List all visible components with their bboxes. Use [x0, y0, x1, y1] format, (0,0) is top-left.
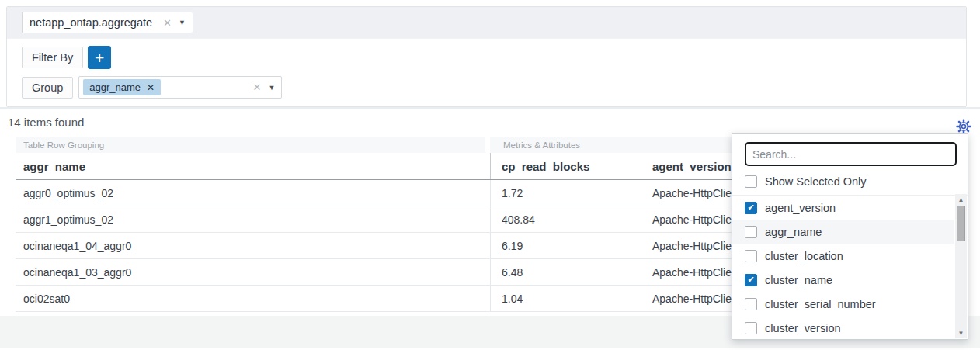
search-input[interactable] — [745, 142, 957, 166]
option-label: cluster_name — [765, 274, 832, 286]
option-cluster-name[interactable]: cluster_name — [732, 268, 954, 292]
dataset-select[interactable]: netapp_ontap.aggregate ✕ ▼ — [22, 12, 193, 33]
chevron-down-icon[interactable]: ▼ — [268, 84, 275, 92]
group-chip-remove-icon[interactable]: ✕ — [147, 82, 155, 93]
group-chip: aggr_name ✕ — [83, 79, 161, 95]
checkbox[interactable] — [745, 274, 757, 286]
scroll-down-icon[interactable]: ▼ — [955, 327, 967, 338]
group-line: Group aggr_name ✕ ✕ ▼ — [22, 76, 966, 99]
band-table-row-grouping: Table Row Grouping — [16, 137, 485, 153]
option-label: cluster_location — [765, 250, 843, 262]
option-label: cluster_version — [765, 322, 841, 334]
dataset-select-value: netapp_ontap.aggregate — [30, 16, 152, 29]
dataset-clear-icon[interactable]: ✕ — [163, 17, 172, 29]
cell-aggr-name: ocinaneqa1_03_aggr0 — [16, 259, 490, 285]
show-selected-only-row[interactable]: Show Selected Only — [732, 169, 968, 195]
show-selected-only-checkbox[interactable] — [745, 175, 757, 188]
chevron-down-icon[interactable]: ▼ — [179, 19, 186, 26]
filter-by-label: Filter By — [22, 47, 83, 68]
cell-cp-read-blocks: 6.48 — [490, 259, 641, 285]
column-header-label: aggr_name — [23, 160, 85, 173]
cell-aggr-name: ocinaneqa1_04_aggr0 — [16, 233, 490, 258]
option-cluster-version[interactable]: cluster_version — [732, 316, 954, 340]
group-chip-label: aggr_name — [89, 81, 141, 93]
scrollbar-thumb[interactable] — [957, 206, 965, 241]
option-label: cluster_serial_number — [765, 298, 876, 310]
option-agent-version[interactable]: agent_version — [732, 196, 954, 220]
add-filter-button[interactable]: + — [88, 46, 111, 69]
column-header-label: agent_version — [652, 160, 732, 173]
group-select[interactable]: aggr_name ✕ ✕ ▼ — [78, 76, 282, 99]
checkbox[interactable] — [745, 322, 757, 334]
option-aggr-name[interactable]: aggr_name — [732, 220, 954, 244]
filter-group-rows: Filter By + Group aggr_name ✕ ✕ ▼ — [7, 38, 966, 106]
group-label: Group — [22, 77, 73, 99]
column-chooser-panel: Show Selected Only agent_version aggr_na… — [732, 133, 968, 340]
page: netapp_ontap.aggregate ✕ ▼ Filter By + G… — [0, 0, 980, 350]
cell-cp-read-blocks: 1.04 — [490, 286, 641, 311]
column-header-cp-read-blocks[interactable]: cp_read_blocks — [490, 153, 641, 179]
section-divider — [0, 107, 980, 109]
option-cluster-location[interactable]: cluster_location — [732, 244, 954, 268]
show-selected-only-label: Show Selected Only — [765, 175, 867, 188]
option-label: agent_version — [765, 202, 836, 214]
checkbox[interactable] — [745, 226, 757, 238]
items-found-count: 14 items found — [8, 116, 84, 129]
cell-aggr-name: aggr1_optimus_02 — [16, 206, 490, 232]
option-label: aggr_name — [765, 226, 822, 238]
cell-cp-read-blocks: 1.72 — [490, 180, 641, 206]
checkbox[interactable] — [745, 298, 757, 310]
cell-cp-read-blocks: 408.84 — [490, 206, 641, 232]
option-cluster-serial-number[interactable]: cluster_serial_number — [732, 292, 954, 316]
column-options-list: agent_version aggr_name cluster_location… — [732, 195, 968, 340]
group-clear-icon[interactable]: ✕ — [252, 81, 261, 93]
checkbox[interactable] — [745, 202, 757, 214]
scroll-up-icon[interactable]: ▲ — [955, 194, 967, 205]
cell-cp-read-blocks: 6.19 — [490, 233, 641, 258]
query-builder-card: netapp_ontap.aggregate ✕ ▼ Filter By + G… — [6, 6, 967, 107]
filter-by-line: Filter By + — [22, 46, 966, 69]
checkbox[interactable] — [745, 250, 757, 262]
cell-aggr-name: oci02sat0 — [16, 286, 490, 311]
scrollbar[interactable]: ▲ ▼ — [955, 194, 967, 338]
gear-icon[interactable] — [956, 119, 971, 134]
dataset-row: netapp_ontap.aggregate ✕ ▼ — [7, 7, 966, 38]
column-header-label: cp_read_blocks — [502, 160, 589, 173]
search-wrap — [732, 134, 968, 169]
column-header-aggr-name[interactable]: aggr_name — [16, 153, 490, 179]
cell-aggr-name: aggr0_optimus_02 — [16, 180, 490, 206]
